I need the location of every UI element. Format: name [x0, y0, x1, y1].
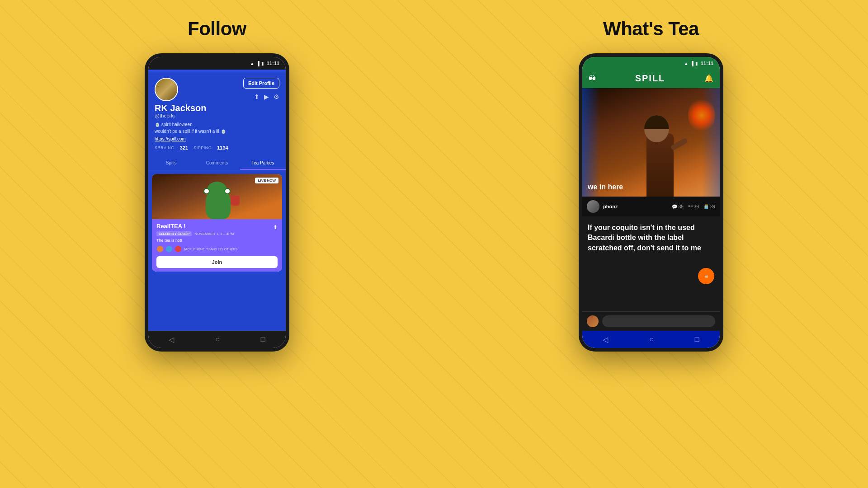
- eyeglasses-icon[interactable]: 🕶: [589, 75, 596, 83]
- header-band: [148, 70, 286, 73]
- avatar: [155, 78, 178, 101]
- card-body: ReallTEA ! ⬆ CELEBRITY GOSSIP NOVEMBER 1…: [152, 219, 282, 272]
- tab-tea-parties[interactable]: Tea Parties: [240, 157, 286, 170]
- bell-icon[interactable]: 🔔: [704, 74, 713, 83]
- phone-screen-follow: ▲ ▐ ▮ 11:11 Edit Profile ⬆ ▶: [148, 57, 286, 348]
- card-title: ReallTEA !: [156, 223, 186, 230]
- content-area: LIVE NOW ReallTEA ! ⬆ CELEBRITY GOSSIP N…: [148, 170, 286, 331]
- home-button-2[interactable]: ○: [649, 335, 654, 343]
- figure-body: [646, 133, 674, 197]
- text-post: If your coquito isn't in the used Bacard…: [582, 216, 720, 311]
- person-figure: [637, 97, 683, 197]
- post-stats: 💬 39 ❝❝ 39 🫙 39: [672, 204, 715, 209]
- post-avatar: [587, 200, 599, 213]
- card-tag: CELEBRITY GOSSIP: [156, 231, 192, 236]
- frog-eye-right: [224, 188, 231, 194]
- battery-icon: ▮: [261, 61, 264, 66]
- stats-row: SERVING 321 SIPPING 1134: [155, 145, 279, 150]
- reply-bar: [582, 311, 720, 331]
- settings-icon[interactable]: ⚙: [274, 93, 279, 100]
- status-time-2: 11:11: [701, 61, 713, 66]
- card-share-icon[interactable]: ⬆: [273, 224, 278, 230]
- video-post: we in here: [582, 88, 720, 197]
- phone-screen-whats-tea: ▲ ▐ ▮ 11:11 🕶 SPILL 🔔: [582, 57, 720, 348]
- figure-head: [644, 115, 669, 142]
- status-icons-1: ▲ ▐ ▮: [250, 61, 264, 66]
- profile-header: Edit Profile ⬆ ▶ ⚙ RK Jackson @theerkj 🍵…: [148, 73, 286, 157]
- spills-icon: 🫙: [703, 204, 709, 209]
- frog-eye-left: [203, 188, 210, 194]
- sipping-label: SIPPING: [193, 145, 212, 150]
- reply-avatar: [587, 315, 599, 327]
- attendees-row: JACK, PHONZ, TJ AND 129 OTHERS: [156, 245, 278, 253]
- quotes-count: 39: [694, 204, 699, 209]
- tea-party-card: LIVE NOW ReallTEA ! ⬆ CELEBRITY GOSSIP N…: [152, 174, 282, 272]
- home-button[interactable]: ○: [215, 335, 220, 343]
- card-date: NOVEMBER 1, 3 – 4PM: [194, 232, 234, 236]
- signal-icon: ▐: [256, 61, 259, 66]
- status-time-1: 11:11: [267, 61, 279, 66]
- phone-whats-tea: ▲ ▐ ▮ 11:11 🕶 SPILL 🔔: [579, 53, 723, 352]
- card-illustration: [199, 178, 235, 219]
- comments-count: 39: [679, 204, 684, 209]
- hair: [644, 115, 669, 129]
- join-button[interactable]: Join: [156, 256, 278, 268]
- profile-name: RK Jackson: [155, 103, 279, 113]
- live-badge: LIVE NOW: [255, 178, 278, 183]
- tab-comments[interactable]: Comments: [194, 157, 240, 170]
- back-button-2[interactable]: ◁: [603, 335, 608, 344]
- share-icon[interactable]: ⬆: [254, 93, 259, 100]
- status-icons-2: ▲ ▐ ▮: [684, 61, 698, 66]
- status-bar-2: ▲ ▐ ▮ 11:11: [582, 57, 720, 70]
- fire-glow: [688, 97, 715, 133]
- post-info-bar: phonz 💬 39 ❝❝ 39 🫙 39: [582, 197, 720, 216]
- text-post-content: If your coquito isn't in the used Bacard…: [588, 223, 714, 253]
- signal-icon-2: ▐: [690, 61, 693, 66]
- quotes-icon: ❝❝: [688, 204, 693, 209]
- panel-follow: Follow ▲ ▐ ▮ 11:11 Edit Profi: [0, 0, 434, 488]
- post-comments: 💬 39: [672, 204, 684, 209]
- tab-spills[interactable]: Spills: [148, 157, 194, 170]
- sipping-count: 1134: [217, 145, 228, 150]
- video-background: [582, 88, 720, 197]
- phone2-content: we in here phonz 💬 39 ❝❝ 39: [582, 88, 720, 331]
- wifi-icon-2: ▲: [684, 61, 689, 66]
- card-tags: CELEBRITY GOSSIP NOVEMBER 1, 3 – 4PM: [156, 231, 278, 236]
- bio-line1: 🍵 spirit halloween: [155, 122, 193, 127]
- blue-accent-left: [582, 88, 600, 197]
- bottom-nav-1: ◁ ○ □: [148, 331, 286, 348]
- post-spills: 🫙 39: [703, 204, 715, 209]
- attendee-2: [165, 245, 173, 253]
- card-image: LIVE NOW: [152, 174, 282, 219]
- panel-whats-tea-title: What's Tea: [603, 18, 699, 40]
- status-bar-1: ▲ ▐ ▮ 11:11: [148, 57, 286, 70]
- panel-follow-title: Follow: [188, 18, 246, 40]
- phone-follow: ▲ ▐ ▮ 11:11 Edit Profile ⬆ ▶: [145, 53, 289, 352]
- app-header: 🕶 SPILL 🔔: [582, 70, 720, 88]
- comment-icon: 💬: [672, 204, 677, 209]
- back-button[interactable]: ◁: [169, 335, 174, 344]
- battery-icon-2: ▮: [695, 61, 698, 66]
- profile-handle: @theerkj: [155, 113, 279, 118]
- profile-link[interactable]: https://spill.com: [155, 136, 279, 141]
- avatar-image: [156, 79, 177, 100]
- post-username[interactable]: phonz: [603, 204, 668, 209]
- attendee-1: [156, 245, 164, 253]
- bottom-nav-2: ◁ ○ □: [582, 331, 720, 348]
- menu-button[interactable]: ≡: [698, 268, 714, 284]
- video-icon[interactable]: ▶: [264, 93, 269, 100]
- video-caption: we in here: [588, 183, 623, 191]
- card-description: The tea is hot!: [156, 238, 278, 243]
- panel-whats-tea: What's Tea ▲ ▐ ▮ 11:11 🕶 SPILL 🔔: [434, 0, 868, 488]
- bio-line2: wouldn't be a spill if it wasn't a lil 🍵: [155, 129, 226, 134]
- serving-count: 321: [180, 145, 188, 150]
- recents-button[interactable]: □: [261, 335, 265, 343]
- profile-tabs: Spills Comments Tea Parties: [148, 157, 286, 170]
- serving-label: SERVING: [155, 145, 175, 150]
- recents-button-2[interactable]: □: [695, 335, 699, 343]
- edit-profile-button[interactable]: Edit Profile: [243, 78, 279, 89]
- attendee-3: [175, 245, 182, 253]
- wifi-icon: ▲: [250, 61, 255, 66]
- spills-count: 39: [710, 204, 715, 209]
- reply-input[interactable]: [602, 315, 715, 327]
